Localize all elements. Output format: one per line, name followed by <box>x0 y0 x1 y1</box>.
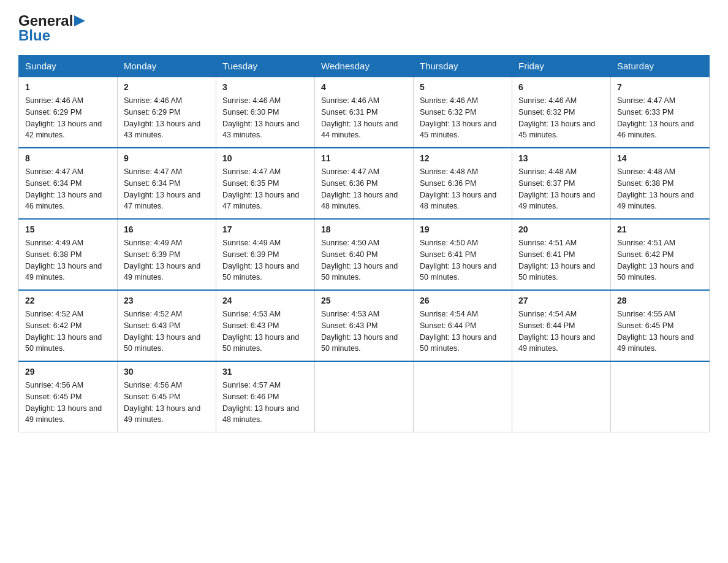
calendar-header-friday: Friday <box>512 56 611 77</box>
calendar-header-tuesday: Tuesday <box>216 56 315 77</box>
day-number: 8 <box>25 152 111 165</box>
day-number: 28 <box>617 294 703 307</box>
calendar-cell: 10Sunrise: 4:47 AMSunset: 6:35 PMDayligh… <box>216 148 315 219</box>
calendar-cell: 28Sunrise: 4:55 AMSunset: 6:45 PMDayligh… <box>611 290 710 361</box>
calendar-cell <box>611 361 710 432</box>
day-number: 14 <box>617 152 703 165</box>
calendar-cell: 21Sunrise: 4:51 AMSunset: 6:42 PMDayligh… <box>611 219 710 290</box>
calendar-cell: 26Sunrise: 4:54 AMSunset: 6:44 PMDayligh… <box>414 290 512 361</box>
day-number: 30 <box>124 366 210 378</box>
calendar-cell: 6Sunrise: 4:46 AMSunset: 6:32 PMDaylight… <box>512 77 611 148</box>
day-number: 31 <box>222 366 308 378</box>
day-number: 1 <box>25 81 111 94</box>
calendar-cell: 30Sunrise: 4:56 AMSunset: 6:45 PMDayligh… <box>118 361 216 432</box>
day-number: 5 <box>420 81 506 94</box>
calendar-cell: 14Sunrise: 4:48 AMSunset: 6:38 PMDayligh… <box>611 148 710 219</box>
logo-arrow-icon <box>74 14 85 28</box>
day-number: 15 <box>25 223 111 236</box>
calendar-cell: 19Sunrise: 4:50 AMSunset: 6:41 PMDayligh… <box>414 219 512 290</box>
day-number: 2 <box>124 81 210 94</box>
day-number: 17 <box>222 223 308 236</box>
day-number: 6 <box>518 81 604 94</box>
day-number: 10 <box>222 152 308 165</box>
calendar-cell: 17Sunrise: 4:49 AMSunset: 6:39 PMDayligh… <box>216 219 315 290</box>
day-number: 23 <box>124 294 210 307</box>
calendar-week-row: 8Sunrise: 4:47 AMSunset: 6:34 PMDaylight… <box>19 148 710 219</box>
calendar-cell: 8Sunrise: 4:47 AMSunset: 6:34 PMDaylight… <box>19 148 118 219</box>
calendar-header-row: SundayMondayTuesdayWednesdayThursdayFrid… <box>19 56 710 77</box>
day-number: 20 <box>518 223 604 236</box>
day-number: 19 <box>420 223 506 236</box>
calendar-week-row: 1Sunrise: 4:46 AMSunset: 6:29 PMDaylight… <box>19 77 710 148</box>
calendar-cell: 12Sunrise: 4:48 AMSunset: 6:36 PMDayligh… <box>414 148 512 219</box>
day-number: 16 <box>124 223 210 236</box>
calendar-cell: 16Sunrise: 4:49 AMSunset: 6:39 PMDayligh… <box>118 219 216 290</box>
calendar-header-sunday: Sunday <box>19 56 118 77</box>
calendar-table: SundayMondayTuesdayWednesdayThursdayFrid… <box>18 55 710 432</box>
calendar-cell <box>414 361 512 432</box>
calendar-cell: 13Sunrise: 4:48 AMSunset: 6:37 PMDayligh… <box>512 148 611 219</box>
calendar-cell: 1Sunrise: 4:46 AMSunset: 6:29 PMDaylight… <box>19 77 118 148</box>
day-number: 25 <box>321 294 407 307</box>
day-number: 13 <box>518 152 604 165</box>
calendar-week-row: 29Sunrise: 4:56 AMSunset: 6:45 PMDayligh… <box>19 361 710 432</box>
calendar-cell: 31Sunrise: 4:57 AMSunset: 6:46 PMDayligh… <box>216 361 315 432</box>
day-number: 22 <box>25 294 111 307</box>
calendar-cell: 23Sunrise: 4:52 AMSunset: 6:43 PMDayligh… <box>118 290 216 361</box>
day-number: 3 <box>222 81 308 94</box>
calendar-header-wednesday: Wednesday <box>315 56 414 77</box>
day-number: 24 <box>222 294 308 307</box>
calendar-cell: 5Sunrise: 4:46 AMSunset: 6:32 PMDaylight… <box>414 77 512 148</box>
calendar-cell: 4Sunrise: 4:46 AMSunset: 6:31 PMDaylight… <box>315 77 414 148</box>
page-header: General Blue <box>18 12 710 44</box>
calendar-cell: 27Sunrise: 4:54 AMSunset: 6:44 PMDayligh… <box>512 290 611 361</box>
calendar-header-saturday: Saturday <box>611 56 710 77</box>
day-number: 12 <box>420 152 506 165</box>
calendar-cell: 11Sunrise: 4:47 AMSunset: 6:36 PMDayligh… <box>315 148 414 219</box>
calendar-cell: 24Sunrise: 4:53 AMSunset: 6:43 PMDayligh… <box>216 290 315 361</box>
calendar-cell: 20Sunrise: 4:51 AMSunset: 6:41 PMDayligh… <box>512 219 611 290</box>
day-number: 27 <box>518 294 604 307</box>
calendar-cell: 18Sunrise: 4:50 AMSunset: 6:40 PMDayligh… <box>315 219 414 290</box>
day-number: 7 <box>617 81 703 94</box>
calendar-cell: 7Sunrise: 4:47 AMSunset: 6:33 PMDaylight… <box>611 77 710 148</box>
calendar-cell: 29Sunrise: 4:56 AMSunset: 6:45 PMDayligh… <box>19 361 118 432</box>
day-number: 29 <box>25 366 111 378</box>
day-number: 4 <box>321 81 407 94</box>
calendar-cell: 9Sunrise: 4:47 AMSunset: 6:34 PMDaylight… <box>118 148 216 219</box>
logo-blue-text: Blue <box>18 27 50 44</box>
calendar-cell: 3Sunrise: 4:46 AMSunset: 6:30 PMDaylight… <box>216 77 315 148</box>
day-number: 9 <box>124 152 210 165</box>
calendar-cell <box>315 361 414 432</box>
day-number: 21 <box>617 223 703 236</box>
day-number: 26 <box>420 294 506 307</box>
calendar-cell <box>512 361 611 432</box>
day-number: 11 <box>321 152 407 165</box>
calendar-header-thursday: Thursday <box>414 56 512 77</box>
calendar-week-row: 22Sunrise: 4:52 AMSunset: 6:42 PMDayligh… <box>19 290 710 361</box>
calendar-cell: 25Sunrise: 4:53 AMSunset: 6:43 PMDayligh… <box>315 290 414 361</box>
logo: General Blue <box>18 12 85 44</box>
calendar-cell: 22Sunrise: 4:52 AMSunset: 6:42 PMDayligh… <box>19 290 118 361</box>
calendar-week-row: 15Sunrise: 4:49 AMSunset: 6:38 PMDayligh… <box>19 219 710 290</box>
calendar-header-monday: Monday <box>118 56 216 77</box>
day-number: 18 <box>321 223 407 236</box>
calendar-cell: 2Sunrise: 4:46 AMSunset: 6:29 PMDaylight… <box>118 77 216 148</box>
svg-marker-0 <box>74 15 85 26</box>
calendar-cell: 15Sunrise: 4:49 AMSunset: 6:38 PMDayligh… <box>19 219 118 290</box>
